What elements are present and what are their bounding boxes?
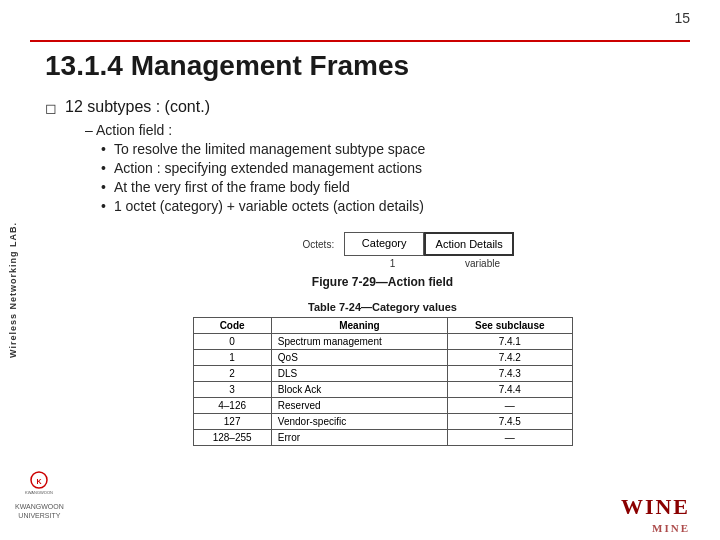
cell-code: 2: [193, 366, 271, 382]
octets-value-act: variable: [433, 258, 523, 269]
cell-code: 127: [193, 414, 271, 430]
list-item: • To resolve the limited management subt…: [101, 141, 690, 157]
cell-see: —: [448, 430, 572, 446]
kwangwoon-logo-icon: K KWANGWOON: [24, 468, 54, 498]
wine-logo-sub: MINE: [652, 522, 690, 534]
action-field-text: – Action field :: [85, 122, 172, 138]
main-bullet-text: 12 subtypes : (cont.): [65, 98, 210, 116]
table-row: 128–255Error—: [193, 430, 572, 446]
col-code: Code: [193, 318, 271, 334]
logo-area: K KWANGWOON KWANGWOONUNIVERSITY: [15, 468, 64, 520]
cell-meaning: Reserved: [271, 398, 447, 414]
bullet-items: • To resolve the limited management subt…: [101, 141, 690, 214]
cell-meaning: Vendor-specific: [271, 414, 447, 430]
side-label: Wireless Networking LAB.: [8, 120, 18, 460]
table-row: 127Vendor-specific7.4.5: [193, 414, 572, 430]
bullet-dot-3: •: [101, 179, 106, 195]
figure-area: Octets: Category Action Details 1 variab…: [75, 224, 690, 446]
slide-page: 15 Wireless Networking LAB. 13.1.4 Manag…: [0, 0, 720, 540]
cell-code: 4–126: [193, 398, 271, 414]
col-meaning: Meaning: [271, 318, 447, 334]
action-details-label: Action Details: [436, 238, 503, 250]
cell-code: 1: [193, 350, 271, 366]
main-content: 13.1.4 Management Frames ◻ 12 subtypes :…: [45, 50, 690, 446]
category-field: Category: [344, 232, 424, 256]
table-container: Table 7-24—Category values Code Meaning …: [193, 301, 573, 446]
table-row: 1QoS7.4.2: [193, 350, 572, 366]
table-row: 4–126Reserved—: [193, 398, 572, 414]
cell-code: 0: [193, 334, 271, 350]
category-label: Category: [362, 237, 407, 249]
bullet-dot-2: •: [101, 160, 106, 176]
cell-meaning: Block Ack: [271, 382, 447, 398]
cell-see: 7.4.4: [448, 382, 572, 398]
table-title: Table 7-24—Category values: [193, 301, 573, 313]
list-item: • 1 octet (category) + variable octets (…: [101, 198, 690, 214]
item-text-4: 1 octet (category) + variable octets (ac…: [114, 198, 424, 214]
action-details-field: Action Details: [424, 232, 514, 256]
table-body: 0Spectrum management7.4.11QoS7.4.22DLS7.…: [193, 334, 572, 446]
wine-logo: WINE: [621, 494, 690, 520]
list-item: • At the very first of the frame body fi…: [101, 179, 690, 195]
bullet-dot-4: •: [101, 198, 106, 214]
table-row: 2DLS7.4.3: [193, 366, 572, 382]
table-row: 0Spectrum management7.4.1: [193, 334, 572, 350]
field-diagram-wrapper: Octets: Category Action Details 1 variab…: [243, 232, 523, 269]
item-text-3: At the very first of the frame body fiel…: [114, 179, 350, 195]
table-row: 3Block Ack7.4.4: [193, 382, 572, 398]
col-see: See subclause: [448, 318, 572, 334]
bullet-dot-1: •: [101, 141, 106, 157]
figure-caption: Figure 7-29—Action field: [312, 275, 453, 289]
sub-section: – Action field : • To resolve the limite…: [85, 122, 690, 214]
item-text-1: To resolve the limited management subtyp…: [114, 141, 425, 157]
item-text-2: Action : specifying extended management …: [114, 160, 422, 176]
cell-meaning: Spectrum management: [271, 334, 447, 350]
cell-code: 128–255: [193, 430, 271, 446]
slide-title: 13.1.4 Management Frames: [45, 50, 690, 82]
fields-row: Octets: Category Action Details: [303, 232, 515, 256]
octets-label: Octets:: [303, 239, 335, 250]
category-table: Code Meaning See subclause 0Spectrum man…: [193, 317, 573, 446]
cell-see: 7.4.5: [448, 414, 572, 430]
octets-value-cat: 1: [353, 258, 433, 269]
table-header-row: Code Meaning See subclause: [193, 318, 572, 334]
main-bullet: ◻ 12 subtypes : (cont.): [45, 98, 690, 116]
cell-meaning: DLS: [271, 366, 447, 382]
logo-text: KWANGWOONUNIVERSITY: [15, 502, 64, 520]
cell-code: 3: [193, 382, 271, 398]
page-number: 15: [674, 10, 690, 26]
top-border-line: [30, 40, 690, 42]
cell-see: 7.4.1: [448, 334, 572, 350]
cell-see: 7.4.2: [448, 350, 572, 366]
bullet-icon: ◻: [45, 100, 57, 116]
cell-meaning: Error: [271, 430, 447, 446]
svg-text:KWANGWOON: KWANGWOON: [25, 490, 53, 495]
svg-text:K: K: [37, 478, 42, 485]
cell-see: —: [448, 398, 572, 414]
octets-values-row: 1 variable: [353, 258, 523, 269]
cell-see: 7.4.3: [448, 366, 572, 382]
cell-meaning: QoS: [271, 350, 447, 366]
list-item: • Action : specifying extended managemen…: [101, 160, 690, 176]
action-field-label: – Action field :: [85, 122, 690, 138]
